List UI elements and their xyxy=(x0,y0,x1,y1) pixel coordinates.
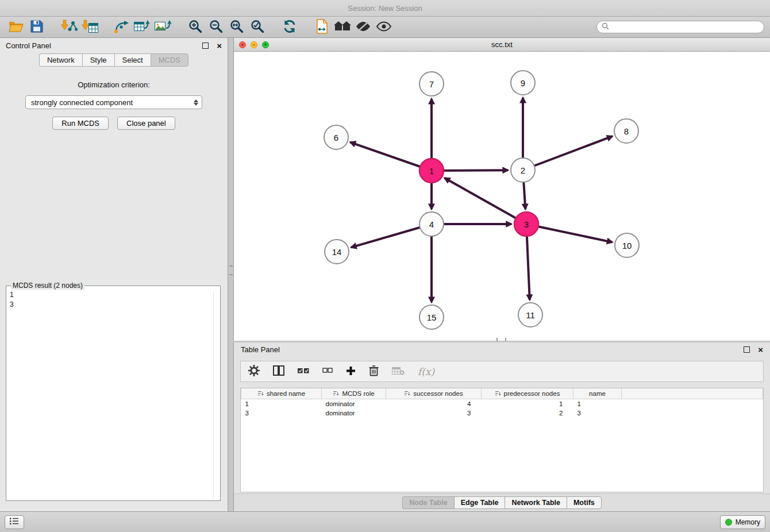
zoom-in-button[interactable] xyxy=(185,18,206,36)
delete-column-button[interactable] xyxy=(369,365,379,378)
import-table-button[interactable] xyxy=(79,18,100,36)
graph-node[interactable]: 3 xyxy=(514,212,538,236)
create-column-button[interactable] xyxy=(346,366,356,377)
table-toolbar: f(x) xyxy=(240,361,764,382)
node-table: shared name MCDS role successor nodes pr… xyxy=(241,388,763,418)
memory-label: Memory xyxy=(736,518,760,526)
tab-style[interactable]: Style xyxy=(82,53,114,67)
search-field[interactable] xyxy=(596,21,764,33)
search-input[interactable] xyxy=(612,22,759,32)
close-window-icon[interactable]: × xyxy=(239,41,246,48)
result-scrollbar[interactable] xyxy=(213,292,214,498)
delete-table-button[interactable] xyxy=(392,367,405,377)
graph-edge[interactable] xyxy=(523,136,613,170)
tab-network[interactable]: Network xyxy=(39,53,82,67)
graph-node[interactable]: 9 xyxy=(511,71,535,95)
function-builder-label[interactable]: f(x) xyxy=(418,366,434,377)
memory-button[interactable]: Memory xyxy=(720,515,765,529)
show-columns-button[interactable] xyxy=(273,365,284,377)
new-network-button[interactable] xyxy=(111,18,132,36)
tab-network-table[interactable]: Network Table xyxy=(505,496,567,509)
hide-selected-button[interactable] xyxy=(353,18,374,36)
refresh-view-button[interactable] xyxy=(279,18,300,36)
control-panel-title: Control Panel xyxy=(6,41,51,50)
export-table-button[interactable] xyxy=(132,18,153,36)
network-canvas[interactable]: 7968124314101511 xyxy=(234,52,770,341)
close-panel-button[interactable]: Close panel xyxy=(117,117,175,130)
graph-node[interactable]: 2 xyxy=(511,158,535,182)
column-header-predecessor-nodes[interactable]: predecessor nodes xyxy=(482,388,573,399)
graph-edge[interactable] xyxy=(445,178,526,224)
graph-node[interactable]: 4 xyxy=(419,212,444,236)
svg-text:9: 9 xyxy=(521,78,525,88)
table-settings-button[interactable] xyxy=(248,365,260,378)
tab-node-table[interactable]: Node Table xyxy=(402,496,453,509)
select-all-columns-button[interactable] xyxy=(298,367,309,376)
zoom-fit-button[interactable] xyxy=(226,18,247,36)
import-network-button[interactable] xyxy=(59,18,79,36)
tab-select[interactable]: Select xyxy=(114,53,151,67)
export-image-button[interactable] xyxy=(153,18,174,36)
refresh-icon xyxy=(282,20,297,35)
close-panel-icon[interactable]: × xyxy=(217,41,222,50)
graph-node[interactable]: 6 xyxy=(324,125,348,149)
network-view-window: scc.txt × − + 7968124314101511 xyxy=(233,38,770,341)
table-row[interactable]: 1dominator411 xyxy=(241,399,763,409)
network-window-title: scc.txt xyxy=(234,40,770,49)
graph-node[interactable]: 1 xyxy=(419,159,444,183)
close-table-panel-icon[interactable]: × xyxy=(758,345,763,354)
graph-node[interactable]: 7 xyxy=(419,72,444,96)
graph-node[interactable]: 15 xyxy=(419,305,444,329)
network-window-titlebar[interactable]: scc.txt × − + xyxy=(234,38,770,52)
svg-text:3: 3 xyxy=(524,219,529,229)
duplicate-network-button[interactable] xyxy=(311,18,332,36)
graph-edge[interactable] xyxy=(526,224,613,242)
minimize-window-icon[interactable]: − xyxy=(251,41,257,48)
svg-text:14: 14 xyxy=(332,247,342,257)
graph-edge[interactable] xyxy=(351,142,432,171)
zoom-out-button[interactable] xyxy=(206,18,226,36)
tab-motifs[interactable]: Motifs xyxy=(567,496,602,509)
graph-node[interactable]: 14 xyxy=(325,240,349,264)
svg-text:1: 1 xyxy=(429,166,434,176)
network-graph[interactable]: 7968124314101511 xyxy=(234,52,770,341)
column-header-filler xyxy=(622,388,763,399)
vertical-splitter-handle[interactable] xyxy=(229,265,233,275)
task-history-button[interactable] xyxy=(5,515,24,529)
zoom-window-icon[interactable]: + xyxy=(262,41,269,48)
unchecked-boxes-icon xyxy=(322,367,333,376)
column-header-name[interactable]: name xyxy=(573,388,622,399)
svg-text:15: 15 xyxy=(427,313,437,322)
tab-edge-table[interactable]: Edge Table xyxy=(454,496,505,509)
graph-node[interactable]: 8 xyxy=(614,119,638,143)
result-item[interactable]: 1 xyxy=(10,290,217,300)
column-header-successor-nodes[interactable]: successor nodes xyxy=(386,388,482,399)
control-panel-tabs: Network Style Select MCDS xyxy=(0,53,228,67)
window-titlebar[interactable]: Session: New Session xyxy=(0,0,770,17)
float-panel-icon[interactable] xyxy=(202,43,209,49)
zoom-out-icon xyxy=(209,20,223,35)
horizontal-splitter-handle[interactable] xyxy=(496,338,506,341)
unselect-all-columns-button[interactable] xyxy=(322,367,333,376)
save-session-button[interactable] xyxy=(26,18,47,36)
table-panel: Table Panel × f(x) xyxy=(233,342,770,511)
run-mcds-button[interactable]: Run MCDS xyxy=(52,117,109,130)
table-panel-header: Table Panel × xyxy=(234,342,770,357)
column-header-shared-name[interactable]: shared name xyxy=(241,388,322,399)
optimization-criterion-select[interactable]: strongly connected component xyxy=(25,95,202,109)
open-session-button[interactable] xyxy=(6,18,26,36)
home-networks-button[interactable] xyxy=(332,18,353,36)
table-row[interactable]: 3dominator323 xyxy=(241,408,763,418)
column-header-mcds-role[interactable]: MCDS role xyxy=(322,388,386,399)
graph-node[interactable]: 10 xyxy=(615,233,639,257)
save-disk-icon xyxy=(30,20,43,34)
eye-slash-icon xyxy=(355,21,371,34)
zoom-selected-button[interactable] xyxy=(247,18,268,36)
result-item[interactable]: 3 xyxy=(10,300,217,310)
tab-mcds[interactable]: MCDS xyxy=(151,53,188,67)
zoom-in-icon xyxy=(188,20,202,35)
float-table-panel-icon[interactable] xyxy=(744,346,750,353)
show-selected-button[interactable] xyxy=(374,18,394,36)
eye-icon xyxy=(376,21,392,33)
graph-node[interactable]: 11 xyxy=(518,303,542,327)
